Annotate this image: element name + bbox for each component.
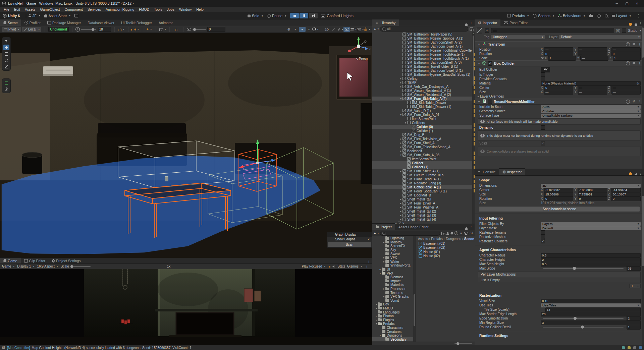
foldout-open-icon[interactable]: ▾	[477, 62, 481, 65]
layers-dropdown[interactable]: ▾	[350, 27, 357, 32]
checkbox[interactable]	[541, 125, 545, 130]
help-icon[interactable]: ?	[626, 61, 630, 65]
game-viewport[interactable]	[0, 269, 372, 345]
project-search-input[interactable]	[380, 231, 440, 236]
stats-toggle[interactable]: Stats	[337, 265, 345, 268]
tab-database-viewer[interactable]: Database Viewer	[84, 19, 118, 26]
package-manager-button[interactable]	[74, 14, 78, 17]
foldout-open-icon[interactable]: ▾	[399, 97, 402, 100]
tab-scene[interactable]: Scene	[0, 19, 21, 26]
hierarchy-item[interactable]: SM_Aircon_Residential_A (1)	[372, 89, 475, 93]
slider-thumb[interactable]	[573, 267, 576, 270]
menu-item-jobs[interactable]: Jobs	[165, 7, 177, 12]
layer-dropdown[interactable]: Default▾	[559, 35, 641, 39]
effects-dropdown[interactable]: ✦▾	[146, 27, 152, 32]
slider-value-field[interactable]: 1	[627, 325, 641, 330]
preset-icon[interactable]: ⇄	[633, 100, 635, 104]
axis-x-field[interactable]: 0	[544, 85, 573, 90]
value-field[interactable]: 0.15	[541, 299, 641, 303]
hierarchy-item[interactable]: ▸Ceiling	[372, 76, 475, 80]
axis-y-field[interactable]: —	[578, 85, 607, 90]
axis-y-field[interactable]: —	[578, 52, 607, 56]
foldout-closed-icon[interactable]: ▸	[382, 241, 385, 244]
add-asset-button[interactable]: +▾	[374, 231, 379, 235]
project-folder-item[interactable]: Lightning	[372, 236, 413, 240]
project-folder-item[interactable]: ▸FMOD	[372, 306, 413, 310]
hierarchy-item[interactable]: SM_Bathroom_BathroomShelf_A (2)	[372, 40, 475, 44]
rect-tool-button[interactable]	[3, 51, 9, 57]
dropdown-include-in-scan[interactable]: Auto▾	[541, 105, 641, 109]
axis-y-field[interactable]: —	[578, 90, 607, 95]
breadcrumb-item[interactable]: Assets	[418, 237, 428, 241]
project-folder-item[interactable]: ▾VFX	[372, 271, 413, 275]
toolbar-kebab-icon[interactable]: ⋮	[635, 14, 642, 18]
foldout-closed-icon[interactable]: ▸	[375, 314, 378, 317]
display-dropdown[interactable]: Display 1▾	[17, 265, 34, 268]
foldout-open-icon[interactable]: ▾	[379, 334, 382, 337]
slider-value-field[interactable]: 2	[627, 316, 641, 321]
foldout-open-icon[interactable]: ▾	[477, 43, 481, 46]
favorites-icon[interactable]: ★	[460, 232, 463, 235]
project-tree-scrollbar[interactable]	[413, 236, 416, 342]
static-checkbox[interactable]	[622, 28, 626, 33]
scenes-dropdown[interactable]: Scenes▾	[533, 14, 554, 18]
hierarchy-item[interactable]: ▸Shelf_metal_tall (3)	[372, 213, 475, 217]
inspector-kebab-icon[interactable]: ⋮	[637, 21, 644, 26]
handle-orientation-dropdown[interactable]: Local▾	[22, 27, 41, 32]
2d-toggle[interactable]: 2D	[323, 27, 330, 32]
hierarchy-item[interactable]: Collider (1)	[372, 165, 475, 169]
axis-x-field[interactable]: 0	[544, 196, 573, 201]
alert-icon[interactable]: !	[454, 231, 458, 235]
hierarchy-item[interactable]: SM_Bathroom_ToiletPaper (5)	[372, 32, 475, 36]
hierarchy-item[interactable]: Collider (0)	[372, 125, 475, 129]
lock-icon[interactable]	[635, 24, 637, 26]
project-folder-item[interactable]: Sky	[372, 248, 413, 252]
asset-item[interactable]: House (01)	[416, 250, 475, 254]
dropdown-surface-type[interactable]: Unwalkable Surface▾	[541, 114, 641, 118]
project-folder-item[interactable]: Vomit	[372, 299, 413, 303]
hierarchy-item[interactable]: ItemSpawnPoint	[372, 157, 475, 161]
hierarchy-item[interactable]: SM_Aircon_Residential_A (2)	[372, 93, 475, 97]
static-dropdown-icon[interactable]: ▾	[640, 29, 641, 32]
tab-project-settings[interactable]: Project Settings	[49, 258, 84, 264]
shading-toggle[interactable]: ◐	[292, 27, 299, 32]
search-window-icon[interactable]	[470, 27, 473, 31]
foldout-closed-icon[interactable]: ▸	[382, 260, 385, 263]
pen-dropdown[interactable]: ▾	[337, 27, 343, 32]
hierarchy-item[interactable]: ▸Shelf_metal_tall (4)	[372, 217, 475, 221]
history-button[interactable]	[597, 14, 601, 18]
time-slider[interactable]	[81, 29, 96, 30]
axis-x-field[interactable]: 0	[544, 52, 573, 56]
visibility-slider[interactable]	[193, 29, 206, 30]
hierarchy-item[interactable]: SM_Rug_B	[372, 133, 475, 137]
value-field[interactable]: 20	[541, 312, 641, 316]
hierarchy-item[interactable]: ▸SM_Furn_Washer_A	[372, 205, 475, 209]
foldout-closed-icon[interactable]: ▸	[399, 214, 402, 217]
project-folder-item[interactable]: Sweat	[372, 252, 413, 256]
preset-icon[interactable]: ⇄	[633, 61, 635, 65]
value-field[interactable]: 0.3	[541, 253, 641, 258]
behaviours-dropdown[interactable]: Behaviours▾	[558, 14, 585, 18]
menu-item-file[interactable]: File	[1, 7, 12, 12]
pause-button[interactable]	[300, 13, 308, 18]
project-folder-item[interactable]: Biomass	[372, 275, 413, 279]
hierarchy-item[interactable]: SM_Radiator_Long (3)	[372, 181, 475, 185]
project-folder-item[interactable]: ▸Molotov	[372, 240, 413, 244]
axis-x-field[interactable]: —	[544, 90, 573, 95]
inspector2-kebab-icon[interactable]: ⋮	[637, 171, 644, 175]
component-kebab-icon[interactable]: ⋮	[638, 42, 642, 46]
menu-item-services[interactable]: Services	[85, 7, 103, 12]
hierarchy-kebab-icon[interactable]: ⋮	[468, 21, 475, 26]
dropdown-use-tiles[interactable]: Use Tiles▾	[541, 303, 641, 307]
hierarchy-item[interactable]: SM_Bathroom_TowelHolder_B (1)	[372, 64, 475, 68]
hierarchy-item[interactable]: SM_BathroomHygeine_SoapDishSoap (1)	[372, 72, 475, 76]
show-graphs-toggle[interactable]: Show Graphs✓	[327, 237, 372, 241]
hierarchy-item[interactable]: SM_Vase_D (1)	[372, 109, 475, 113]
asset-item[interactable]: House (02)	[416, 254, 475, 258]
active-map-dropdown[interactable]: Gosford Heights	[321, 14, 353, 18]
status-icon-2[interactable]	[628, 346, 631, 349]
scale-slider[interactable]: Scale	[61, 265, 91, 268]
hierarchy-item[interactable]: ▸Shelf_metal_tall (2)	[372, 209, 475, 213]
value-field[interactable]: 64	[545, 307, 641, 312]
perspective-label[interactable]: < Persp	[356, 57, 368, 61]
